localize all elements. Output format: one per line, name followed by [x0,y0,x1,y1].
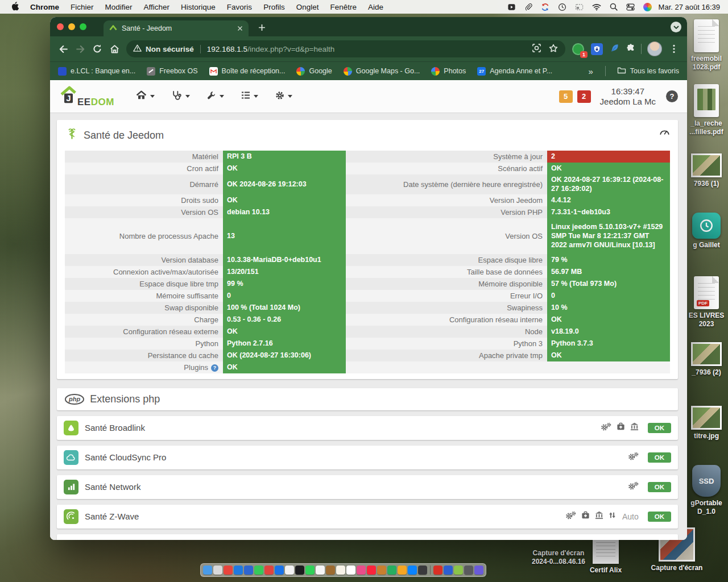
control-center-icon[interactable] [626,3,635,11]
apple-menu[interactable] [6,2,24,13]
desktop-icon[interactable]: SSDgPortableD_1.0 [686,465,727,516]
minimize-window-button[interactable] [68,23,75,30]
menu-item-onglet[interactable]: Onglet [291,3,325,11]
bookmark-item[interactable]: Freebox OS [147,67,197,76]
bookmarks-overflow-chevron[interactable]: » [589,66,594,76]
tab-search-button[interactable] [671,22,681,32]
dock-icon[interactable] [398,566,407,575]
back-button[interactable] [55,40,72,57]
error-count-badge[interactable]: 2 [577,90,591,103]
dock-icon[interactable] [305,566,315,575]
dock-icon[interactable] [464,566,473,575]
extension-adblock-icon[interactable]: 1 [572,43,584,55]
dock-icon[interactable] [367,566,376,575]
bookmark-item[interactable]: Boîte de réception... [209,67,286,76]
lens-icon[interactable] [532,43,541,55]
bank-icon[interactable] [630,422,639,433]
zoom-window-button[interactable] [80,23,86,30]
nav-home-menu[interactable] [136,90,155,102]
tab-close-icon[interactable] [237,26,243,31]
help-icon[interactable]: ? [211,364,218,372]
menu-item-aide[interactable]: Aide [362,3,389,11]
menu-item-historique[interactable]: Historique [175,3,221,11]
jeedom-logo[interactable]: J EE DOM [59,85,114,108]
nav-summary-menu[interactable] [241,91,258,102]
dock-icon[interactable] [377,566,386,575]
nav-health-menu[interactable] [172,90,190,103]
dock-icon[interactable] [357,566,366,575]
paperclip-icon[interactable] [524,3,532,11]
bookmark-item[interactable]: e.LCL : Banque en... [58,67,135,76]
desktop-icon[interactable]: titre.jpg [686,406,727,440]
home-button[interactable] [106,40,123,57]
menu-app-name[interactable]: Chrome [24,3,65,11]
wifi-icon[interactable] [592,3,601,11]
dock-icon[interactable] [346,566,355,575]
dock-icon[interactable] [326,566,335,575]
desktop-icon[interactable]: g Gaillet [686,213,727,250]
desktop-icon[interactable]: Capture d'écran2024-0...08.46.16 [524,547,593,566]
menu-item-favoris[interactable]: Favoris [221,3,258,11]
siri-icon[interactable] [643,3,652,11]
gears-icon[interactable] [601,422,611,434]
dock-icon[interactable] [336,566,345,575]
history-clock-icon[interactable] [558,3,566,11]
dock-icon[interactable] [203,566,212,575]
nav-settings-menu[interactable] [275,91,292,102]
extensions-puzzle-icon[interactable] [626,43,635,55]
dock-icon[interactable] [254,566,263,575]
dock-icon[interactable] [316,566,325,575]
screen-mirror-icon[interactable] [507,3,516,11]
gears-icon[interactable] [628,481,639,493]
extension-shield-icon[interactable] [591,43,603,55]
desktop-icon[interactable]: _la_reche...filles.pdf [686,84,727,136]
menu-item-modifier[interactable]: Modifier [100,3,138,11]
all-favorites[interactable]: Tous les favoris [617,66,679,76]
close-window-button[interactable] [57,23,64,30]
bookmark-item[interactable]: Google [296,67,332,76]
dock-icon[interactable] [444,566,453,575]
desktop-icon[interactable]: 7936 (1) [686,153,727,188]
menu-item-fenêtre[interactable]: Fenêtre [324,3,362,11]
menu-item-fichier[interactable]: Fichier [65,3,100,11]
healthkit-icon[interactable] [617,422,625,433]
bookmark-item[interactable]: Photos [431,67,466,76]
forward-button[interactable] [72,40,89,57]
dock-icon[interactable] [213,566,222,575]
profile-avatar[interactable] [647,41,662,56]
extension-feather-icon[interactable] [610,43,619,55]
help-icon[interactable]: ? [666,90,678,102]
desktop-icon[interactable]: _7936 (2) [686,342,727,377]
gears-icon[interactable] [628,452,639,463]
new-tab-button[interactable] [254,20,269,35]
sort-icon[interactable] [609,511,616,522]
dock-icon[interactable] [418,566,427,575]
bookmark-star-icon[interactable] [548,43,559,55]
menubar-clock[interactable]: Mar. 27 août 16:39 [659,3,722,11]
dock-icon[interactable] [474,566,483,575]
search-icon[interactable] [610,3,618,11]
reload-button[interactable] [89,40,106,57]
gears-icon[interactable] [565,511,576,522]
desktop-icon[interactable]: freemobil1028.pdf [686,19,727,72]
dock-icon[interactable] [285,566,294,575]
menu-item-afficher[interactable]: Afficher [138,3,176,11]
dock-icon[interactable] [454,566,463,575]
dock-icon[interactable] [433,566,442,575]
tab-sante-jeedom[interactable]: Santé - Jeedom [104,20,249,36]
dock-icon[interactable] [224,566,233,575]
warning-count-badge[interactable]: 5 [559,90,573,103]
dock-icon[interactable] [408,566,417,575]
benchmark-gauge-icon[interactable] [659,127,670,138]
dock-icon[interactable] [244,566,253,575]
nav-tools-menu[interactable] [207,91,224,102]
dock-icon[interactable] [295,566,304,575]
menu-item-profils[interactable]: Profils [258,3,291,11]
bookmark-item[interactable]: 27Agenda Anne et P... [477,67,552,76]
dock-icon[interactable] [275,566,284,575]
bank-icon[interactable] [595,511,603,522]
dock-icon[interactable] [234,566,243,575]
dock-icon[interactable] [264,566,274,575]
browser-menu-kebab-icon[interactable] [665,40,682,57]
healthkit-icon[interactable] [581,511,590,522]
